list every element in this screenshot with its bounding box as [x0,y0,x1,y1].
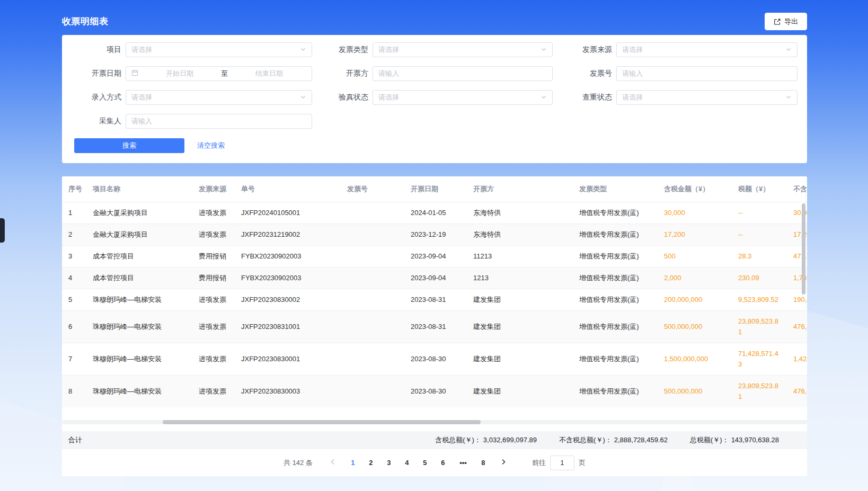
table-cell: 8 [62,376,86,408]
left-drawer-handle[interactable] [0,218,5,243]
table-row: 7珠穆朗玛峰—电梯安装进项发票JXFP202308300012023-08-30… [62,343,807,376]
table-cell [341,311,404,343]
table-cell: JXFP20231219002 [235,224,341,246]
next-page-button[interactable] [496,456,511,470]
table-cell [341,246,404,267]
filter-field-verify-status: 验真状态 请选择 [326,90,553,105]
table-cell: 476,190,476.19 [787,376,807,408]
total-tax: 总税额(￥)：143,970,638.28 [690,435,779,445]
page-button-last[interactable]: 8 [476,456,491,470]
vertical-scrollbar-thumb[interactable] [802,203,805,294]
invoice-date-range[interactable]: 开始日期 至 结束日期 [126,66,312,81]
export-button[interactable]: 导出 [765,13,807,30]
table-cell: 成本管控项目 [86,267,192,289]
filter-label: 发票号 [566,69,612,78]
goto-prefix: 前往 [532,458,546,468]
table-cell: 2024-01-05 [404,202,467,224]
filter-label: 发票类型 [326,45,368,55]
table-cell: 增值税专用发票(蓝) [573,246,658,267]
table-cell: 500,000,000 [658,376,732,408]
table-cell: 进项发票 [192,343,235,376]
table-row: 5珠穆朗玛峰—电梯安装进项发票JXFP202308300022023-08-31… [62,289,807,311]
table-cell: 进项发票 [192,376,235,408]
table-cell: 2 [62,224,86,246]
table-cell: 23,809,523.81 [732,376,787,408]
goto-page-input[interactable] [550,456,574,470]
column-header: 不含税金额（¥） [787,176,807,202]
project-select[interactable]: 请选择 [126,42,312,57]
table-cell: -- [732,202,787,224]
page-list: 123456 [346,456,450,470]
pagination: 共 142 条 123456 ••• 8 前往 页 [62,449,807,476]
chevron-down-icon [785,46,792,54]
entry-method-select[interactable]: 请选择 [126,90,312,105]
input-placeholder: 请输入 [131,117,152,126]
duplicate-status-select[interactable]: 请选择 [616,90,798,105]
table-cell: 1,500,000,000 [658,343,732,376]
column-header: 税额（¥） [732,176,787,202]
table-panel: 序号项目名称发票来源单号发票号开票日期开票方发票类型含税金额（¥）税额（¥）不含… [62,176,807,476]
table-row: 1金融大厦采购项目进项发票JXFP202401050012024-01-05东海… [62,202,807,224]
table-cell [341,267,404,289]
filter-field-entry-method: 录入方式 请选择 [73,90,312,105]
chevron-down-icon [300,94,306,102]
table-cell: 2023-08-30 [404,343,467,376]
table-row: 6珠穆朗玛峰—电梯安装进项发票JXFP202308310012023-08-31… [62,311,807,343]
filter-label: 开票日期 [73,69,121,78]
table-cell: 9,523,809.52 [732,289,787,311]
column-header: 发票来源 [192,176,235,202]
table-cell: 7 [62,343,86,376]
table-cell: 2023-09-04 [404,246,467,267]
invoice-number-input[interactable]: 请输入 [616,66,798,81]
page-button[interactable]: 3 [382,456,396,470]
collector-input[interactable]: 请输入 [126,114,312,129]
total-without-tax: 不含税总额(￥)：2,888,728,459.62 [559,435,668,445]
table-cell: 进项发票 [192,311,235,343]
chevron-down-icon [541,46,547,54]
table-cell: JXFP20230831001 [235,311,341,343]
goto-page: 前往 页 [532,456,586,470]
invoice-type-select[interactable]: 请选择 [373,42,553,57]
filter-label: 查重状态 [566,93,612,102]
page-button[interactable]: 2 [364,456,378,470]
filter-field-invoice-source: 发票来源 请选择 [566,42,798,57]
filter-field-invoice-type: 发票类型 请选择 [326,42,553,57]
input-placeholder: 请输入 [622,69,643,78]
page-button[interactable]: 6 [436,456,450,470]
column-header: 项目名称 [86,176,192,202]
page-button[interactable]: 1 [346,456,360,470]
verify-status-select[interactable]: 请选择 [373,90,553,105]
select-placeholder: 请选择 [131,45,152,55]
total-with-tax: 含税总额(￥)：3,032,699,097.89 [435,435,537,445]
issuer-input[interactable]: 请输入 [373,66,553,81]
table-cell: JXFP20230830001 [235,343,341,376]
table-cell: 建发集团 [467,311,573,343]
table-cell: 费用报销 [192,267,235,289]
horizontal-scrollbar-thumb[interactable] [163,420,481,424]
table-cell: 2,000 [658,267,732,289]
select-placeholder: 请选择 [378,93,399,102]
search-button[interactable]: 搜索 [74,138,184,153]
table-cell [341,224,404,246]
filter-label: 项目 [73,45,121,55]
clear-search-link[interactable]: 清空搜索 [197,141,225,150]
table-cell: FYBX20230902003 [235,267,341,289]
invoice-source-select[interactable]: 请选择 [616,42,798,57]
table-header-row: 序号项目名称发票来源单号发票号开票日期开票方发票类型含税金额（¥）税额（¥）不含… [62,176,807,202]
table-body: 1金融大厦采购项目进项发票JXFP202401050012024-01-05东海… [62,202,807,408]
page-button[interactable]: 4 [400,456,414,470]
table-cell: 珠穆朗玛峰—电梯安装 [86,376,192,408]
page-ellipsis-button[interactable]: ••• [456,456,471,470]
table-cell: 2023-09-04 [404,267,467,289]
table-cell: 2023-08-31 [404,311,467,343]
prev-page-button[interactable] [325,456,340,470]
pagination-total: 共 142 条 [284,458,313,468]
table-cell: JXFP20230830002 [235,289,341,311]
page-button[interactable]: 5 [418,456,432,470]
table-cell: 进项发票 [192,224,235,246]
table-cell: 28.3 [732,246,787,267]
table-cell: 增值税专用发票(蓝) [573,311,658,343]
table-row: 2金融大厦采购项目进项发票JXFP202312190022023-12-19东海… [62,224,807,246]
table-cell: 金融大厦采购项目 [86,224,192,246]
column-header: 发票号 [341,176,404,202]
